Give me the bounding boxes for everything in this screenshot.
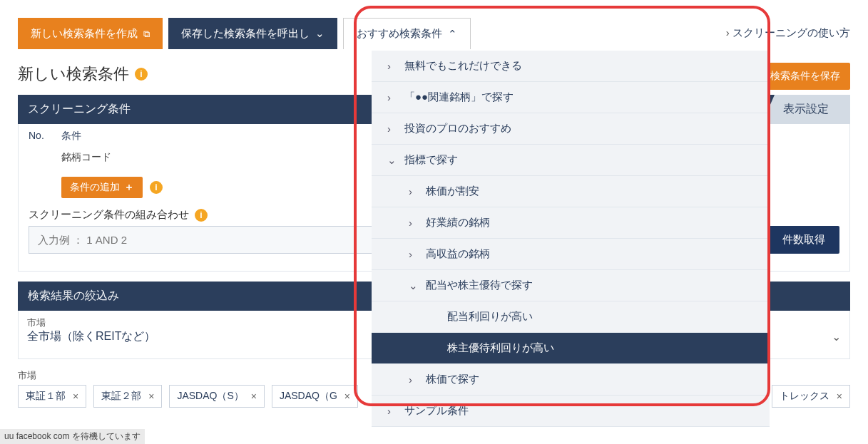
- add-condition-button[interactable]: 条件の追加: [61, 177, 143, 198]
- chevron-icon: ⌄: [387, 154, 394, 167]
- chevron-down-icon: ⌄: [832, 330, 841, 344]
- chevron-icon: ›: [409, 373, 416, 386]
- market-chip[interactable]: 東証２部×: [93, 385, 162, 408]
- chevron-down-icon: ⌄: [315, 27, 325, 40]
- info-icon[interactable]: i: [135, 68, 148, 81]
- plus-icon: [124, 181, 134, 194]
- info-icon[interactable]: i: [195, 209, 208, 222]
- close-icon[interactable]: ×: [837, 391, 842, 402]
- condition-value: 銘柄コード: [61, 151, 111, 164]
- recommend-menu-item[interactable]: ›無料でもこれだけできる: [372, 51, 770, 82]
- tab-recommend-label: おすすめ検索条件: [357, 27, 442, 41]
- recommend-menu-item[interactable]: 配当利回りが高い: [372, 301, 770, 333]
- tab-load-label: 保存した検索条件を呼出し: [181, 27, 310, 41]
- close-icon[interactable]: ×: [73, 391, 78, 402]
- chevron-icon: ›: [387, 405, 394, 417]
- top-tabs: 新しい検索条件を作成 保存した検索条件を呼出し ⌄ おすすめ検索条件 ⌃ スクリ…: [18, 18, 850, 49]
- tab-create[interactable]: 新しい検索条件を作成: [18, 18, 163, 49]
- market-filter-label: 市場: [19, 311, 427, 329]
- close-icon[interactable]: ×: [251, 391, 257, 402]
- chevron-icon: ›: [387, 60, 394, 72]
- recommend-menu-item[interactable]: ⌄配当や株主優待で探す: [372, 270, 770, 301]
- recommend-menu-item[interactable]: ›株価で探す: [372, 364, 770, 396]
- chevron-icon: ›: [387, 91, 394, 103]
- chevron-icon: ›: [387, 123, 394, 135]
- page-title: 新しい検索条件: [18, 63, 129, 85]
- market-filter[interactable]: 市場 全市場（除くREITなど） ⌄: [19, 311, 428, 351]
- market-filter-value: 全市場（除くREITなど）: [27, 329, 155, 344]
- chevron-icon: ›: [409, 248, 416, 260]
- market-chip[interactable]: 東証１部×: [18, 385, 86, 408]
- browser-status-bar: uu facebook com を待機しています: [0, 429, 145, 444]
- recommend-menu-item[interactable]: ›「●●関連銘柄」で探す: [372, 82, 770, 113]
- tab-load[interactable]: 保存した検索条件を呼出し ⌄: [168, 18, 337, 49]
- info-icon[interactable]: i: [150, 181, 163, 194]
- recommend-menu-item[interactable]: ›株価が割安: [372, 176, 770, 207]
- chevron-up-icon: ⌃: [448, 28, 457, 41]
- recommend-menu-item[interactable]: 株主優待利回りが高い: [372, 333, 770, 364]
- chevron-icon: ›: [409, 185, 416, 197]
- help-link[interactable]: スクリーニングの使い方: [726, 18, 850, 49]
- recommend-menu-item[interactable]: ›好業績の銘柄: [372, 207, 770, 239]
- recommend-menu-item[interactable]: ›サンプル条件: [372, 396, 770, 427]
- count-button[interactable]: 件数取得: [768, 226, 839, 254]
- tab-recommend[interactable]: おすすめ検索条件 ⌃: [343, 18, 471, 49]
- close-icon[interactable]: ×: [148, 391, 154, 402]
- recommend-menu-item[interactable]: ⌄指標で探す: [372, 145, 770, 176]
- copy-icon: [143, 27, 150, 40]
- col-no: No.: [29, 130, 61, 143]
- chevron-icon: ⌄: [409, 279, 416, 292]
- market-chip[interactable]: JASDAQ（S）×: [169, 385, 265, 408]
- close-icon[interactable]: ×: [344, 391, 350, 402]
- col-condition: 条件: [61, 130, 81, 143]
- chevron-icon: ›: [409, 217, 416, 229]
- recommend-menu-item[interactable]: ›投資のプロのおすすめ: [372, 113, 770, 145]
- recommend-dropdown: ›無料でもこれだけできる›「●●関連銘柄」で探す›投資のプロのおすすめ⌄指標で探…: [372, 51, 770, 427]
- market-chip[interactable]: JASDAQ（G×: [272, 385, 358, 408]
- recommend-menu-item[interactable]: ›高収益の銘柄: [372, 239, 770, 270]
- market-chip[interactable]: トレックス×: [772, 385, 850, 408]
- display-setting-tab[interactable]: 表示設定: [762, 95, 850, 124]
- tab-create-label: 新しい検索条件を作成: [31, 27, 138, 41]
